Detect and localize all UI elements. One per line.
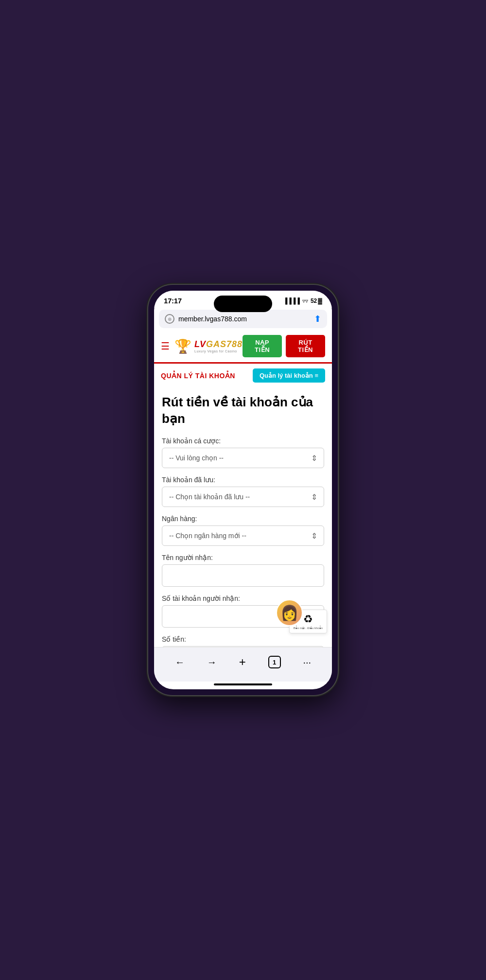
hamburger-icon[interactable]: ☰ <box>161 340 170 352</box>
status-time: 17:17 <box>164 297 182 305</box>
rut-tien-button[interactable]: RÚT TIỀN <box>286 335 325 357</box>
section-header: QUẢN LÝ TÀI KHOẢN Quản lý tài khoản ≡ <box>154 364 332 387</box>
amount-label: Số tiền: <box>162 635 324 643</box>
bank-select[interactable]: -- Chọn ngân hàng mới -- <box>162 525 324 546</box>
header-left: ☰ 🏆 LVGAS788 Luxury Vegas for Casino <box>161 338 243 354</box>
tracking-icon: ⊕ <box>165 314 174 324</box>
phone-frame: 17:17 ▐▐▐▐ ▿▿ 52 ▓ ⊕ member.lvgas788.com… <box>148 285 338 695</box>
manage-account-button[interactable]: Quản lý tài khoản ≡ <box>253 368 325 383</box>
url-bar-left: ⊕ member.lvgas788.com <box>165 314 247 324</box>
page-content: ☰ 🏆 LVGAS788 Luxury Vegas for Casino NẠP… <box>154 330 332 647</box>
signal-icon: ▐▐▐▐ <box>283 298 300 304</box>
status-icons: ▐▐▐▐ ▿▿ 52 ▓ <box>283 298 322 304</box>
amount-group: Số tiền: <box>162 635 324 647</box>
account-number-label: Số tài khoản người nhận: <box>162 595 324 602</box>
bank-group: Ngân hàng: -- Chọn ngân hàng mới -- ⇕ <box>162 515 324 546</box>
tabs-button[interactable]: 1 <box>263 653 286 671</box>
bottom-nav: ← → + 1 ··· <box>154 647 332 682</box>
tab-count: 1 <box>268 656 281 668</box>
form-title: Rút tiền về tài khoản của bạn <box>162 394 324 427</box>
bank-select-wrapper: -- Chọn ngân hàng mới -- ⇕ <box>162 525 324 546</box>
new-tab-button[interactable]: + <box>234 652 251 672</box>
floating-avatar[interactable]: 👩 <box>276 599 303 626</box>
logo-tagline: Luxury Vegas for Casino <box>194 350 243 353</box>
phone-screen: 17:17 ▐▐▐▐ ▿▿ 52 ▓ ⊕ member.lvgas788.com… <box>154 291 332 689</box>
logo-area: 🏆 LVGAS788 Luxury Vegas for Casino <box>174 338 243 354</box>
recaptcha-text: Bảo mật · Điều khoản <box>294 627 323 630</box>
section-title: QUẢN LÝ TÀI KHOẢN <box>161 372 235 380</box>
header-buttons: NẠP TIỀN RÚT TIỀN <box>243 335 325 357</box>
saved-account-group: Tài khoản đã lưu: -- Chọn tài khoản đã l… <box>162 476 324 507</box>
bank-label: Ngân hàng: <box>162 515 324 523</box>
recipient-name-group: Tên người nhận: <box>162 554 324 587</box>
saved-account-select[interactable]: -- Chọn tài khoản đã lưu -- <box>162 487 324 507</box>
more-button[interactable]: ··· <box>298 654 316 671</box>
battery-icon: 52 ▓ <box>311 298 322 304</box>
back-button[interactable]: ← <box>170 654 190 671</box>
betting-account-select-wrapper: -- Vui lòng chọn -- ⇕ <box>162 448 324 468</box>
forward-button[interactable]: → <box>202 654 222 671</box>
betting-account-group: Tài khoản cá cược: -- Vui lòng chọn -- ⇕ <box>162 437 324 468</box>
recipient-name-label: Tên người nhận: <box>162 554 324 561</box>
url-bar[interactable]: ⊕ member.lvgas788.com ⬆ <box>159 310 327 328</box>
recaptcha-logo-icon: ♻ <box>303 613 313 626</box>
home-indicator <box>214 683 272 685</box>
betting-account-select[interactable]: -- Vui lòng chọn -- <box>162 448 324 468</box>
dynamic-island <box>214 296 272 312</box>
wifi-icon: ▿▿ <box>302 298 308 304</box>
logo-emblem: 🏆 <box>174 338 191 354</box>
avatar-image: 👩 <box>280 604 298 621</box>
recipient-name-input[interactable] <box>162 564 324 587</box>
saved-account-label: Tài khoản đã lưu: <box>162 476 324 484</box>
form-area: Rút tiền về tài khoản của bạn Tài khoản … <box>154 387 332 647</box>
site-header: ☰ 🏆 LVGAS788 Luxury Vegas for Casino NẠP… <box>154 330 332 364</box>
nap-tien-button[interactable]: NẠP TIỀN <box>243 335 282 357</box>
logo-text: LVGAS788 <box>194 339 243 350</box>
betting-account-label: Tài khoản cá cược: <box>162 437 324 445</box>
saved-account-select-wrapper: -- Chọn tài khoản đã lưu -- ⇕ <box>162 487 324 507</box>
battery-shape: ▓ <box>318 298 322 304</box>
url-text: member.lvgas788.com <box>178 315 247 323</box>
share-icon[interactable]: ⬆ <box>314 314 321 324</box>
